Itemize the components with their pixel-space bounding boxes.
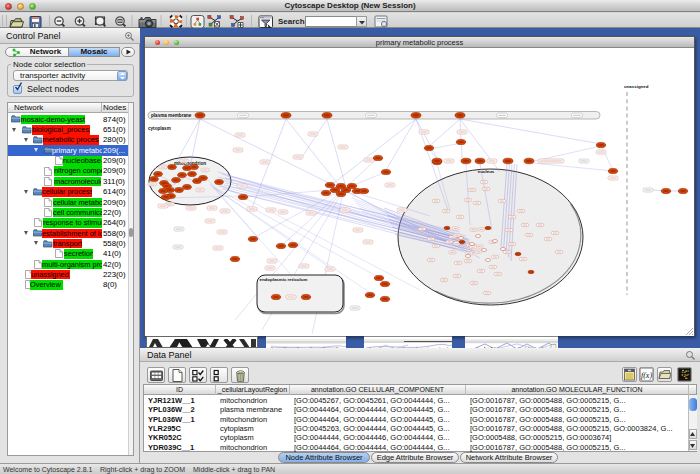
svg-text:endoplasmic reticulum: endoplasmic reticulum [260, 277, 308, 282]
svg-text:cytoplasm: cytoplasm [148, 126, 171, 131]
svg-text:unassigned: unassigned [624, 84, 649, 89]
svg-text:mitochondrion: mitochondrion [174, 161, 206, 166]
svg-text:Search:: Search: [278, 17, 307, 26]
svg-text:plasma membrane: plasma membrane [151, 113, 192, 118]
svg-text:nucleus: nucleus [478, 169, 495, 174]
svg-text:f(x): f(x) [641, 371, 652, 380]
